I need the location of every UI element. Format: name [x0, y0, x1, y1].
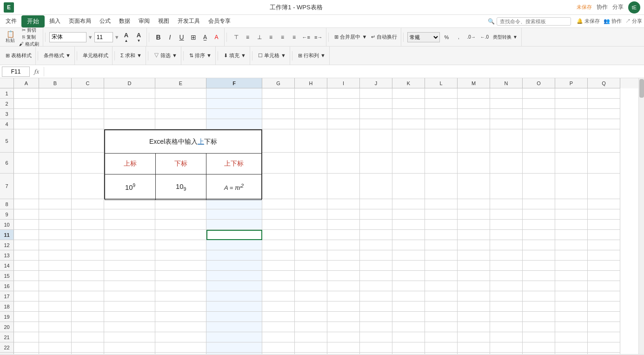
cell[interactable] — [327, 129, 360, 153]
cell[interactable] — [360, 301, 392, 312]
row-number[interactable]: 15 — [0, 271, 14, 281]
cell[interactable] — [206, 153, 262, 174]
cell[interactable] — [555, 261, 588, 271]
cell[interactable] — [206, 261, 262, 271]
cell[interactable] — [104, 129, 155, 153]
row-number[interactable]: 13 — [0, 250, 14, 261]
cell[interactable] — [14, 261, 39, 271]
col-header-m[interactable]: M — [458, 78, 490, 88]
cell[interactable] — [490, 129, 523, 153]
cell[interactable] — [72, 119, 104, 129]
cell[interactable] — [490, 119, 523, 129]
cell[interactable] — [39, 342, 72, 353]
col-header-f[interactable]: F — [206, 78, 262, 88]
cell[interactable] — [555, 291, 588, 301]
align-top-button[interactable]: ⊤ — [231, 30, 242, 44]
cell[interactable] — [588, 199, 620, 209]
cell[interactable] — [262, 153, 295, 174]
cell[interactable] — [262, 209, 295, 220]
cell[interactable] — [523, 271, 555, 281]
col-header-k[interactable]: K — [392, 78, 425, 88]
cell[interactable] — [490, 88, 523, 99]
cell[interactable] — [262, 312, 295, 322]
cell[interactable] — [490, 332, 523, 342]
collab-label[interactable]: 👥 协作 — [604, 18, 622, 25]
cell[interactable] — [295, 261, 327, 271]
cell[interactable] — [295, 250, 327, 261]
cell[interactable] — [425, 240, 458, 250]
cell[interactable] — [262, 342, 295, 353]
cell[interactable] — [295, 209, 327, 220]
cell[interactable] — [588, 322, 620, 332]
cell[interactable] — [490, 153, 523, 174]
cell[interactable] — [39, 271, 72, 281]
cell[interactable] — [392, 250, 425, 261]
cell[interactable] — [490, 291, 523, 301]
cell[interactable] — [206, 332, 262, 342]
cell[interactable] — [392, 220, 425, 230]
cell[interactable] — [360, 322, 392, 332]
cell[interactable] — [262, 88, 295, 99]
highlight-button[interactable]: A̲ — [199, 30, 211, 44]
cell[interactable] — [360, 109, 392, 119]
cell[interactable] — [458, 353, 490, 354]
cell[interactable] — [39, 261, 72, 271]
cell[interactable] — [104, 322, 155, 332]
cell[interactable] — [14, 281, 39, 291]
cell[interactable] — [72, 312, 104, 322]
col-header-q[interactable]: Q — [588, 78, 620, 88]
font-name-input[interactable] — [49, 32, 86, 42]
formula-input[interactable] — [46, 67, 642, 77]
cell[interactable] — [295, 129, 327, 153]
cell[interactable] — [104, 220, 155, 230]
cell[interactable] — [555, 88, 588, 99]
cell[interactable] — [262, 129, 295, 153]
cell[interactable] — [392, 129, 425, 153]
cell[interactable] — [14, 88, 39, 99]
cell[interactable] — [523, 88, 555, 99]
cell[interactable] — [327, 271, 360, 281]
cell[interactable] — [14, 153, 39, 174]
menu-start[interactable]: 开始 — [21, 15, 45, 27]
cell[interactable] — [588, 119, 620, 129]
cell[interactable] — [295, 119, 327, 129]
cell-style-button[interactable]: 单元格样式 — [81, 49, 110, 63]
cell[interactable] — [14, 109, 39, 119]
thousand-button[interactable]: , — [453, 30, 464, 44]
cell[interactable] — [555, 220, 588, 230]
cell[interactable] — [327, 261, 360, 271]
row-number[interactable]: 2 — [0, 99, 14, 109]
cell[interactable] — [425, 261, 458, 271]
col-header-e[interactable]: E — [155, 78, 206, 88]
cell[interactable] — [155, 332, 206, 342]
row-number[interactable]: 12 — [0, 240, 14, 250]
cell[interactable] — [39, 88, 72, 99]
cell[interactable] — [72, 301, 104, 312]
cell[interactable] — [155, 240, 206, 250]
cell[interactable] — [425, 332, 458, 342]
cell[interactable] — [458, 209, 490, 220]
cell[interactable] — [555, 174, 588, 199]
cell[interactable] — [490, 240, 523, 250]
sum-button[interactable]: Σ 求和 ▼ — [119, 49, 144, 63]
cell[interactable] — [262, 332, 295, 342]
row-number[interactable]: 8 — [0, 199, 14, 209]
cell[interactable] — [262, 240, 295, 250]
cell[interactable] — [14, 271, 39, 281]
cell[interactable] — [523, 240, 555, 250]
cell[interactable] — [155, 88, 206, 99]
cell[interactable] — [14, 291, 39, 301]
cell[interactable] — [588, 99, 620, 109]
cell[interactable] — [360, 250, 392, 261]
align-left-button[interactable]: ≡ — [266, 30, 277, 44]
cell[interactable] — [425, 342, 458, 353]
row-number[interactable]: 20 — [0, 322, 14, 332]
cell[interactable] — [155, 153, 206, 174]
cell[interactable] — [262, 281, 295, 291]
cell[interactable] — [523, 119, 555, 129]
col-header-g[interactable]: G — [262, 78, 295, 88]
cell[interactable] — [555, 209, 588, 220]
percent-button[interactable]: % — [441, 30, 452, 44]
cell[interactable] — [155, 353, 206, 354]
cell[interactable] — [523, 342, 555, 353]
